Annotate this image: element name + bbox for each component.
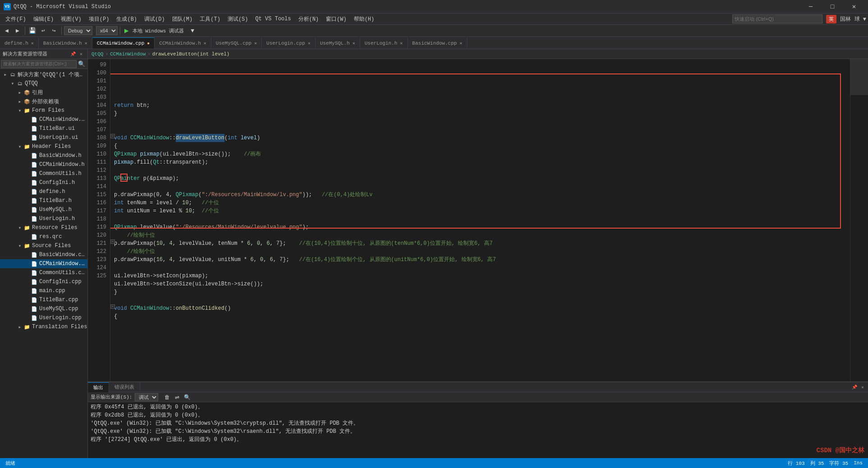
tree-item-usemysql-cpp[interactable]: 📄UseMySQL.cpp <box>0 304 87 313</box>
close-button[interactable]: ✕ <box>844 0 864 14</box>
menu-view[interactable]: 视图(V) <box>57 14 85 25</box>
tree-item-external[interactable]: ▶📦外部依赖项 <box>0 97 87 106</box>
tree-item-ccmainwindow-h[interactable]: 📄CCMainWindow.h <box>0 160 87 169</box>
collapse-marker-116[interactable]: − <box>110 239 115 244</box>
menu-window[interactable]: 窗口(W) <box>322 14 350 25</box>
tab-close-icon[interactable]: ✕ <box>460 41 462 46</box>
bottom-panel-pin[interactable]: 📌 <box>851 384 858 391</box>
tab-close-icon[interactable]: ✕ <box>400 41 403 46</box>
tree-item-commonutils-h[interactable]: 📄CommonUtils.h <box>0 169 87 178</box>
minimap[interactable] <box>850 59 868 381</box>
tree-item-userlogin-ui[interactable]: 📄UserLogin.ui <box>0 133 87 142</box>
tree-item-userlogin-h2[interactable]: 📄UserLogin.h <box>0 214 87 223</box>
menu-help[interactable]: 帮助(H) <box>350 14 378 25</box>
undo-button[interactable]: ↩ <box>38 26 48 36</box>
tab-error-list[interactable]: 错误列表 <box>109 382 140 392</box>
toolbar-more[interactable]: ▼ <box>187 26 197 36</box>
config-dropdown[interactable]: Debug <box>64 26 92 35</box>
tree-item-define-h[interactable]: 📄define.h <box>0 187 87 196</box>
tab-close-icon[interactable]: ✕ <box>352 41 355 46</box>
tab-usemysql-h[interactable]: UseMySQL.h✕ <box>315 37 360 49</box>
status-col[interactable]: 列 35 <box>809 460 826 467</box>
tab-output[interactable]: 输出 <box>88 382 109 392</box>
tab-close-icon[interactable]: ✕ <box>308 41 311 46</box>
tree-item-ccmainwindow-ui[interactable]: 📄CCMainWindow.ui <box>0 115 87 124</box>
tab-close-icon[interactable]: ✕ <box>204 41 206 46</box>
menu-file[interactable]: 文件(F) <box>2 14 30 25</box>
status-ins[interactable]: Ins <box>852 460 864 467</box>
se-search-input[interactable] <box>1 60 77 68</box>
output-source-select[interactable]: 调试 <box>135 393 158 401</box>
tree-item-basicwindow-cpp[interactable]: 📄BasicWindow.cpp <box>0 250 87 259</box>
back-button[interactable]: ◀ <box>2 26 12 36</box>
tab-basicwindow-cpp[interactable]: BasicWindow.cpp✕ <box>408 37 467 49</box>
tree-item-form-files[interactable]: ▼📁Form Files <box>0 106 87 115</box>
forward-button[interactable]: ▶ <box>13 26 23 36</box>
tab-userlogin-cpp[interactable]: UserLogin.cpp✕ <box>262 37 315 49</box>
tab-ccmainwindow-h[interactable]: CCMainWindow.h✕ <box>155 37 211 49</box>
tree-item-header-files[interactable]: ▼📁Header Files <box>0 142 87 151</box>
tab-usemysql-cpp[interactable]: UseMySQL.cpp✕ <box>211 37 262 49</box>
output-clear-button[interactable]: 🗑 <box>163 393 172 401</box>
tree-item-configini-h[interactable]: 📄ConfigIni.h <box>0 178 87 187</box>
tree-item-configini-cpp[interactable]: 📄ConfigIni.cpp <box>0 277 87 286</box>
quick-launch-input[interactable] <box>732 14 822 23</box>
save-button[interactable]: 💾 <box>27 26 37 36</box>
tab-userlogin-h[interactable]: UserLogin.h✕ <box>360 37 408 49</box>
ime-indicator[interactable]: 英 <box>826 15 836 23</box>
tree-item-source-files[interactable]: ▼📁Source Files <box>0 241 87 250</box>
menu-test[interactable]: 测试(S) <box>224 14 252 25</box>
user-account[interactable]: 国林 球 ▼ <box>840 15 866 23</box>
menu-tools[interactable]: 工具(T) <box>196 14 224 25</box>
tree-item-ccmainwindow-cpp[interactable]: 📄CCMainWindow.cpp <box>0 259 87 268</box>
status-line[interactable]: 行 103 <box>786 460 806 467</box>
maximize-button[interactable]: □ <box>822 0 843 14</box>
se-pin-button[interactable]: 📌 <box>69 50 77 58</box>
status-ready[interactable]: 就绪 <box>4 460 17 467</box>
tree-item-titlebar-cpp[interactable]: 📄TitleBar.cpp <box>0 295 87 304</box>
run-button[interactable]: ▶ <box>123 26 131 35</box>
menu-analyze[interactable]: 分析(N) <box>295 14 323 25</box>
status-char[interactable]: 字符 35 <box>827 460 850 467</box>
tab-define-h[interactable]: define.h✕ <box>0 37 39 49</box>
tree-item-references[interactable]: ▶📦引用 <box>0 88 87 97</box>
tab-basicwindow-h[interactable]: BasicWindow.h✕ <box>39 37 92 49</box>
tree-item-resource-files[interactable]: ▼📁Resource Files <box>0 223 87 232</box>
tab-close-icon[interactable]: ✕ <box>85 41 87 46</box>
menu-build[interactable]: 生成(B) <box>113 14 141 25</box>
breadcrumb-file[interactable]: CCMainWindow <box>110 51 146 57</box>
code-content[interactable]: return btn;} −void CCMainWindow::drawLev… <box>110 59 850 381</box>
menu-edit[interactable]: 编辑(E) <box>30 14 58 25</box>
tree-item-commonutils-cpp[interactable]: 📄CommonUtils.cpp <box>0 268 87 277</box>
tree-item-translation-files[interactable]: ▶📁Translation Files <box>0 322 87 331</box>
tab-close-icon[interactable]: ✕ <box>254 41 257 46</box>
tree-item-basicwindow-h[interactable]: 📄BasicWindow.h <box>0 151 87 160</box>
tab-close-icon[interactable]: ✕ <box>31 41 34 46</box>
menu-qt[interactable]: Qt VS Tools <box>251 14 294 25</box>
output-word-wrap[interactable]: ⇌ <box>173 393 182 401</box>
tab-ccmainwindow-cpp[interactable]: CCMainWindow.cpp● <box>92 37 155 49</box>
run-label[interactable]: 本地 Windows 调试器 <box>132 28 185 34</box>
platform-dropdown[interactable]: x64 <box>96 26 118 35</box>
menu-team[interactable]: 团队(M) <box>169 14 196 25</box>
se-search-button[interactable]: 🔍 <box>77 59 87 69</box>
tree-item-usemysql-h2[interactable]: 📄UseMySQL.h <box>0 205 87 214</box>
collapse-marker-103[interactable]: − <box>110 134 115 138</box>
tree-item-userlogin-cpp[interactable]: 📄UserLogin.cpp <box>0 313 87 322</box>
tree-item-main-cpp[interactable]: 📄main.cpp <box>0 286 87 295</box>
tree-item-qtqq[interactable]: ▼🗂QTQQ <box>0 79 87 88</box>
tree-item-titlebar-h[interactable]: 📄TitleBar.h <box>0 196 87 205</box>
menu-project[interactable]: 项目(P) <box>85 14 113 25</box>
bottom-panel-close[interactable]: ✕ <box>859 384 866 391</box>
tab-close-icon[interactable]: ● <box>147 41 150 46</box>
se-close-button[interactable]: ✕ <box>78 50 85 58</box>
breadcrumb-symbol[interactable]: drawLevelButton(int level) <box>152 51 230 57</box>
tree-root[interactable]: ▶ 🗂 解决方案'QtQQ'(1 个项目) <box>0 70 87 79</box>
tree-item-res-qrc[interactable]: 📄res.qrc <box>0 232 87 241</box>
menu-debug[interactable]: 调试(D) <box>141 14 169 25</box>
collapse-marker-124[interactable]: − <box>110 304 115 309</box>
minimize-button[interactable]: ─ <box>800 0 821 14</box>
output-find-button[interactable]: 🔍 <box>183 393 192 401</box>
tree-item-titlebar-ui[interactable]: 📄TitleBar.ui <box>0 124 87 133</box>
redo-button[interactable]: ↪ <box>49 26 59 36</box>
